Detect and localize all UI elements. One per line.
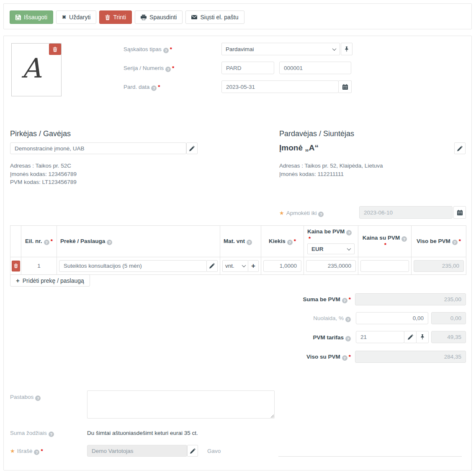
trash-icon xyxy=(105,15,110,20)
help-icon[interactable]: ? xyxy=(318,212,324,217)
discount-label: Nuolaida, %? xyxy=(225,315,351,322)
buyer-section-title: Pirkėjas / Gavėjas xyxy=(10,129,71,138)
vat-rate-input[interactable] xyxy=(356,331,404,343)
invoice-type-select[interactable]: Pardavimai xyxy=(221,43,340,55)
received-signature-line xyxy=(278,456,462,457)
delete-button[interactable]: Trinti xyxy=(99,10,132,24)
help-icon[interactable]: ? xyxy=(49,432,54,437)
item-actions-cell xyxy=(10,257,21,275)
buyer-address: Adresas : Taikos pr. 52C xyxy=(10,162,77,170)
required-asterisk: * xyxy=(41,448,43,454)
due-date-calendar-button[interactable] xyxy=(453,206,466,219)
item-price-excl-cell xyxy=(304,257,358,275)
pencil-icon xyxy=(189,146,195,151)
items-header-price-incl: Kaina su PVM?* xyxy=(358,226,412,257)
item-unit-value: vnt. xyxy=(225,263,234,269)
pencil-icon xyxy=(408,334,413,340)
logo-image: A xyxy=(22,53,41,84)
item-price-incl-input[interactable] xyxy=(360,260,409,272)
required-asterisk: * xyxy=(51,238,53,244)
required-asterisk: * xyxy=(349,354,351,360)
items-header-product: Prekė / Paslauga? xyxy=(57,226,220,257)
print-button[interactable]: Spausdinti xyxy=(135,10,183,24)
help-icon[interactable]: ? xyxy=(342,298,347,303)
buyer-name-input[interactable] xyxy=(10,142,186,154)
series-number-label: Serija / Numeris?* xyxy=(124,65,174,72)
buyer-edit-button[interactable] xyxy=(186,142,198,154)
items-header-total-excl: Viso be PVM?* xyxy=(412,226,466,257)
item-product-edit-button[interactable] xyxy=(206,260,218,272)
help-icon[interactable]: ? xyxy=(247,240,252,245)
series-input[interactable] xyxy=(221,62,274,74)
trash-icon xyxy=(53,47,57,52)
pencil-icon xyxy=(457,146,463,151)
seller-company-code: Įmonės kodas: 112211111 xyxy=(279,170,383,178)
vat-rate-pin-button[interactable] xyxy=(416,331,429,343)
help-icon[interactable]: ? xyxy=(401,236,407,242)
discount-input[interactable] xyxy=(356,312,428,324)
grand-total-label: Viso su PVM?* xyxy=(225,354,351,361)
due-date-input[interactable] xyxy=(359,206,453,219)
item-delete-button[interactable] xyxy=(12,261,20,271)
items-header-price-excl: Kaina be PVM?* EUR xyxy=(304,226,358,257)
currency-select[interactable]: EUR xyxy=(307,243,355,254)
help-icon[interactable]: ? xyxy=(165,67,171,72)
vat-rate-label: PVM tarifas? xyxy=(225,334,351,341)
help-icon[interactable]: ? xyxy=(345,317,351,322)
required-asterisk: * xyxy=(384,242,386,248)
seller-address: Adresas : Taikos pr. 52, Klaipėda, Lietu… xyxy=(279,162,383,170)
help-icon[interactable]: ? xyxy=(163,48,169,53)
help-icon[interactable]: ? xyxy=(44,240,49,245)
seller-edit-button[interactable] xyxy=(454,142,466,154)
item-unit-cell: vnt. + xyxy=(220,257,261,275)
pushpin-icon xyxy=(420,334,425,340)
items-table: Eil. nr.?* Prekė / Paslauga? Mat. vnt? K… xyxy=(10,225,466,275)
help-icon[interactable]: ? xyxy=(107,240,112,245)
item-price-incl-cell xyxy=(358,257,412,275)
required-asterisk: * xyxy=(294,238,296,244)
items-header-actions xyxy=(10,226,21,257)
logo-delete-button[interactable] xyxy=(49,44,61,55)
star-icon: ★ xyxy=(279,210,284,216)
help-icon[interactable]: ? xyxy=(35,395,41,401)
sale-date-input[interactable] xyxy=(221,80,339,93)
item-qty-input[interactable] xyxy=(263,260,301,272)
add-item-button-label: Pridėti prekę / paslaugą xyxy=(23,277,84,284)
required-asterisk: * xyxy=(459,238,461,244)
delete-button-label: Trinti xyxy=(113,14,126,21)
help-icon[interactable]: ? xyxy=(452,240,458,245)
help-icon[interactable]: ? xyxy=(287,240,293,245)
help-icon[interactable]: ? xyxy=(342,355,347,361)
logo-box: A xyxy=(11,43,62,96)
item-price-excl-input[interactable] xyxy=(306,260,356,272)
sale-date-calendar-button[interactable] xyxy=(338,80,352,93)
add-item-button[interactable]: + Pridėti prekę / paslaugą xyxy=(10,274,90,287)
item-total-excl-input xyxy=(414,260,464,272)
add-unit-button[interactable]: + xyxy=(248,260,259,272)
item-unit-select[interactable]: vnt. xyxy=(222,260,248,272)
printer-icon xyxy=(141,15,147,20)
buyer-details: Adresas : Taikos pr. 52C Įmonės kodas: 1… xyxy=(10,162,77,186)
help-icon[interactable]: ? xyxy=(345,336,351,341)
number-input[interactable] xyxy=(279,62,351,74)
help-icon[interactable]: ? xyxy=(34,450,39,455)
item-product-input[interactable] xyxy=(59,260,207,272)
help-icon[interactable]: ? xyxy=(346,230,352,235)
send-email-button[interactable]: Siųsti el. paštu xyxy=(185,10,244,24)
currency-value: EUR xyxy=(311,246,324,252)
invoice-type-pin-button[interactable] xyxy=(341,43,352,55)
print-button-label: Spausdinti xyxy=(149,14,177,21)
buyer-vat-code: PVM kodas: LT123456789 xyxy=(10,178,77,186)
help-icon[interactable]: ? xyxy=(151,85,157,91)
seller-name: Įmonė „A“ xyxy=(279,143,319,152)
issued-by-edit-button[interactable] xyxy=(187,445,198,457)
issued-by-label: ★Išrašė?* xyxy=(10,448,43,455)
vat-rate-edit-button[interactable] xyxy=(404,331,417,343)
issued-by-input[interactable] xyxy=(87,445,187,457)
save-button[interactable]: Išsaugoti xyxy=(10,10,53,24)
subtotal-label: Suma be PVM?* xyxy=(225,296,351,303)
items-header-unit: Mat. vnt? xyxy=(220,226,261,257)
required-asterisk: * xyxy=(309,235,311,242)
notes-textarea[interactable] xyxy=(87,390,275,419)
close-button[interactable]: ✖ Uždaryti xyxy=(56,10,96,24)
